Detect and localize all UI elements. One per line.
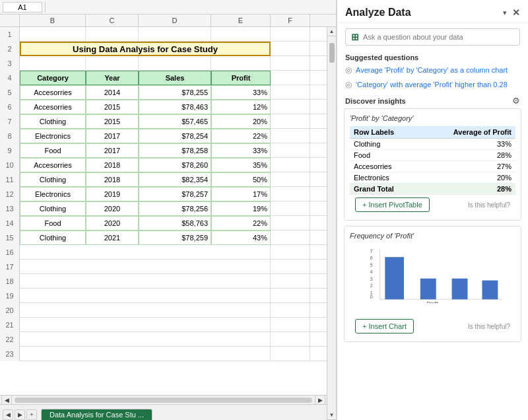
cell-sales[interactable]: $82,354 (139, 172, 211, 187)
cell[interactable] (20, 245, 271, 260)
cell-category[interactable]: Clothing (20, 230, 86, 245)
cell[interactable] (271, 245, 310, 260)
cell-year[interactable]: 2021 (86, 230, 139, 245)
cell-year[interactable]: 2015 (86, 114, 139, 129)
dropdown-icon[interactable]: ▾ (503, 9, 507, 17)
cell-sales[interactable]: $58,763 (139, 216, 211, 230)
helpful-text-chart[interactable]: Is this helpful? (468, 323, 510, 330)
header-cell-profit[interactable]: Profit (211, 71, 271, 85)
cell-sales[interactable]: $78,257 (139, 187, 211, 201)
cell[interactable] (20, 56, 86, 71)
header-cell-year[interactable]: Year (86, 71, 139, 85)
sheet-tab-active[interactable]: Data Analysis for Case Stu ... (41, 409, 152, 420)
cell-profit[interactable]: 20% (211, 114, 271, 129)
cell[interactable] (86, 27, 139, 42)
suggestion-item-1[interactable]: ◎ Average 'Profit' by 'Category' as a co… (337, 63, 528, 77)
suggestion-item-2[interactable]: ◎ 'Category' with average 'Profit' highe… (337, 77, 528, 92)
cell-category[interactable]: Electronics (20, 187, 86, 201)
cell[interactable] (20, 260, 271, 274)
cell[interactable] (271, 85, 310, 100)
cell-year[interactable]: 2018 (86, 172, 139, 187)
cell[interactable] (271, 143, 310, 158)
cell[interactable] (271, 274, 310, 289)
name-box[interactable]: A1 (3, 2, 42, 13)
helpful-text-pivot[interactable]: Is this helpful? (468, 201, 510, 209)
cell[interactable] (271, 289, 310, 303)
formula-input[interactable] (48, 3, 333, 11)
cell-sales[interactable]: $78,259 (139, 230, 211, 245)
cell[interactable] (271, 201, 310, 216)
cell-profit[interactable]: 35% (211, 158, 271, 172)
cell[interactable] (20, 303, 271, 318)
cell[interactable] (271, 216, 310, 230)
cell-category[interactable]: Clothing (20, 114, 86, 129)
cell-sales[interactable]: $78,256 (139, 201, 211, 216)
cell-category[interactable]: Accesorries (20, 85, 86, 100)
cell-year[interactable]: 2020 (86, 216, 139, 230)
tab-next-btn[interactable]: ▶ (15, 409, 25, 420)
scroll-up-btn[interactable]: ▲ (327, 27, 337, 36)
scroll-thumb[interactable] (329, 43, 335, 63)
cell[interactable] (20, 289, 271, 303)
cell[interactable] (211, 56, 271, 71)
insert-pivot-button[interactable]: + Insert PivotTable (355, 197, 430, 212)
cell[interactable] (271, 100, 310, 114)
cell[interactable] (86, 56, 139, 71)
cell[interactable] (20, 347, 271, 361)
insert-chart-button[interactable]: + Insert Chart (355, 319, 414, 333)
cell-profit[interactable]: 22% (211, 216, 271, 230)
cell-profit[interactable]: 17% (211, 187, 271, 201)
cell[interactable] (271, 27, 310, 42)
cell-category[interactable]: Food (20, 143, 86, 158)
cell-category[interactable]: Electronics (20, 129, 86, 143)
cell-profit[interactable]: 19% (211, 201, 271, 216)
cell-category[interactable]: Accesorries (20, 100, 86, 114)
cell-sales[interactable]: $57,465 (139, 114, 211, 129)
cell-category[interactable]: Accesorries (20, 158, 86, 172)
h-scroll-thumb[interactable] (15, 398, 312, 403)
cell[interactable] (271, 230, 310, 245)
cell[interactable] (20, 27, 86, 42)
cell[interactable] (271, 318, 310, 332)
gear-icon[interactable]: ⚙ (512, 96, 520, 106)
title-cell[interactable]: Using Data Analysis for Case Study (20, 42, 271, 56)
header-cell-category[interactable]: Category (20, 71, 86, 85)
cell[interactable] (271, 347, 310, 361)
header-cell-sales[interactable]: Sales (139, 71, 211, 85)
cell[interactable] (211, 27, 271, 42)
cell[interactable] (271, 260, 310, 274)
cell[interactable] (271, 303, 310, 318)
cell-category[interactable]: Clothing (20, 201, 86, 216)
cell-category[interactable]: Clothing (20, 172, 86, 187)
col-header-e[interactable]: E (211, 15, 271, 26)
cell[interactable] (271, 71, 310, 85)
cell-year[interactable]: 2017 (86, 129, 139, 143)
cell[interactable] (20, 274, 271, 289)
col-header-d[interactable]: D (139, 15, 211, 26)
tab-add-btn[interactable]: + (26, 409, 37, 420)
cell-year[interactable]: 2018 (86, 158, 139, 172)
cell[interactable] (271, 172, 310, 187)
cell-profit[interactable]: 43% (211, 230, 271, 245)
cell[interactable] (271, 114, 310, 129)
cell-profit[interactable]: 33% (211, 143, 271, 158)
cell[interactable] (271, 187, 310, 201)
cell-year[interactable]: 2019 (86, 187, 139, 201)
v-scroll[interactable]: ▲ ▼ (327, 27, 336, 420)
tab-prev-btn[interactable]: ◀ (3, 409, 13, 420)
cell[interactable] (271, 56, 310, 71)
scroll-down-btn[interactable]: ▼ (327, 411, 337, 420)
cell-sales[interactable]: $78,255 (139, 85, 211, 100)
cell-year[interactable]: 2017 (86, 143, 139, 158)
cell-year[interactable]: 2015 (86, 100, 139, 114)
cell-profit[interactable]: 22% (211, 129, 271, 143)
cell-category[interactable]: Food (20, 216, 86, 230)
cell[interactable] (20, 318, 271, 332)
cell-profit[interactable]: 50% (211, 172, 271, 187)
cell-profit[interactable]: 33% (211, 85, 271, 100)
cell[interactable] (271, 332, 310, 347)
cell[interactable] (139, 27, 211, 42)
col-header-b[interactable]: B (20, 15, 86, 26)
cell[interactable] (271, 129, 310, 143)
h-scroll[interactable]: ◀ ▶ (0, 395, 327, 404)
